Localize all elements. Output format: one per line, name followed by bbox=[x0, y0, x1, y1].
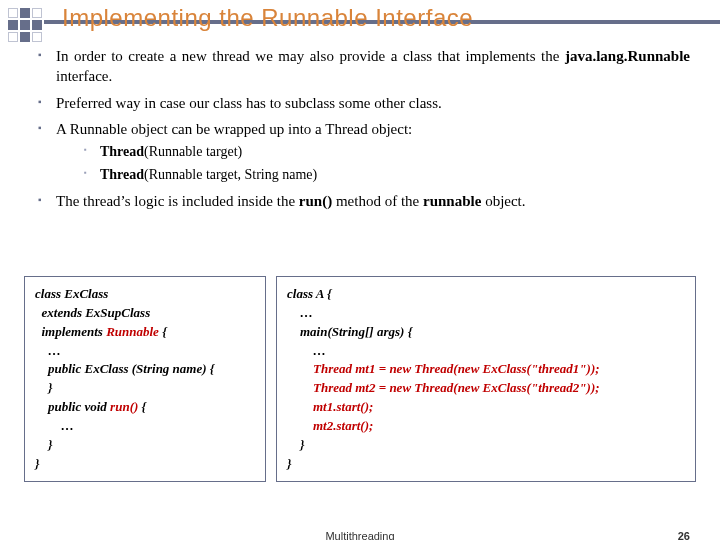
slide-body: In order to create a new thread we may a… bbox=[38, 46, 690, 217]
bullet-3: A Runnable object can be wrapped up into… bbox=[38, 119, 690, 185]
slide-title: Implementing the Runnable Interface bbox=[62, 4, 473, 32]
bullet-4: The thread’s logic is included inside th… bbox=[38, 191, 690, 211]
page-number: 26 bbox=[678, 530, 690, 540]
code-row: class ExClass extends ExSupClass impleme… bbox=[24, 276, 696, 482]
sub-bullet-2: Thread(Runnable target, String name) bbox=[84, 166, 690, 185]
bullet-1: In order to create a new thread we may a… bbox=[38, 46, 690, 87]
footer-label: Multithreading bbox=[325, 530, 394, 540]
sub-bullet-1: Thread(Runnable target) bbox=[84, 143, 690, 162]
code-box-left: class ExClass extends ExSupClass impleme… bbox=[24, 276, 266, 482]
corner-decoration bbox=[8, 8, 42, 42]
bullet-2: Preferred way in case our class has to s… bbox=[38, 93, 690, 113]
code-box-right: class A { … main(String[] args) { … Thre… bbox=[276, 276, 696, 482]
